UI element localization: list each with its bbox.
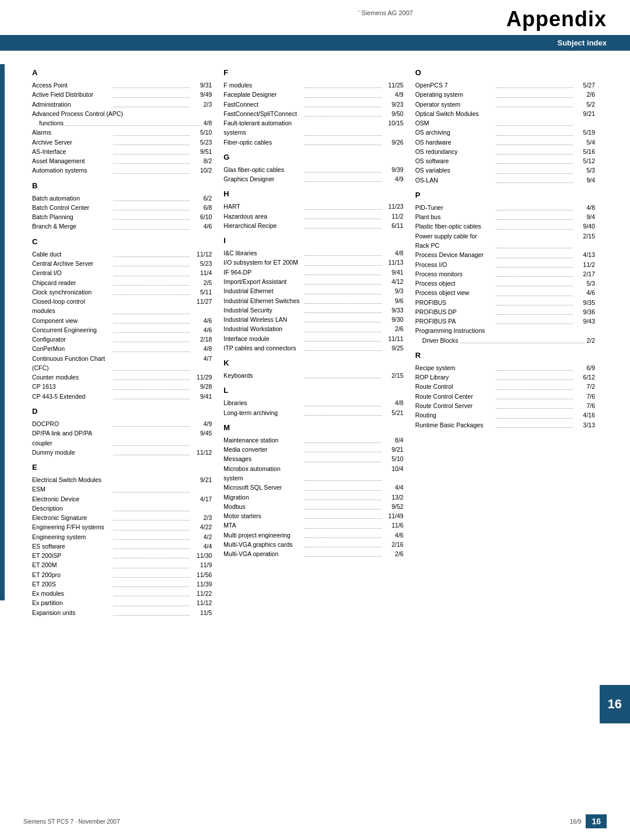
entry-main: Programming Instructions [415, 326, 595, 335]
entry-page: 4/9 [191, 419, 212, 428]
dot-leader [460, 336, 585, 343]
dot-leader [113, 589, 190, 596]
index-entry: Automation systems10/2 [32, 166, 212, 175]
dot-leader [113, 325, 190, 333]
dot-leader [496, 175, 573, 183]
entry-page: 3/13 [575, 420, 595, 430]
index-entry: Counter modules11/29 [32, 372, 212, 382]
index-entry: Expansion units11/5 [32, 608, 212, 617]
section-letter-F: F [223, 68, 403, 77]
entry-name: Electrical Switch Modules ESM [32, 475, 111, 494]
entry-name: Chipcard reader [32, 278, 111, 287]
entry-page: 4/4 [383, 483, 404, 492]
index-entry: PID-Tuner4/8 [415, 203, 595, 212]
chapter-tab: 16 [600, 685, 630, 723]
index-entry: Electronic Signature2/3 [32, 513, 212, 522]
dot-leader [304, 343, 382, 351]
entry-page: 2/6 [575, 90, 595, 99]
dot-leader [113, 428, 190, 446]
footer-chapter-box: 16 [586, 814, 607, 828]
section-I: II&C libraries4/8I/O subsystem for ET 20… [223, 236, 403, 353]
dot-leader [113, 147, 190, 154]
dot-leader [496, 156, 573, 164]
footer-right: 16/9 16 [570, 814, 607, 828]
entry-page: 9/41 [191, 392, 212, 401]
entry-page: 4/8 [204, 118, 212, 128]
entry-name: Plastic fiber-optic cables [415, 222, 495, 231]
entry-name: Automation systems [32, 166, 111, 175]
entry-page: 2/6 [383, 324, 404, 333]
entry-page: 9/40 [575, 222, 595, 231]
entry-name: Batch Control Center [32, 203, 111, 212]
entry-name: Industrial Workstation [223, 324, 303, 333]
dot-leader [113, 372, 190, 380]
index-entry: Access Point9/31 [32, 80, 212, 90]
section-letter-R: R [415, 351, 595, 360]
entry-name: Clock synchronization [32, 287, 111, 297]
entry-name: OpenPCS 7 [415, 80, 495, 90]
dot-leader [304, 277, 382, 284]
index-entry: Industrial Workstation2/6 [223, 324, 403, 333]
dot-leader [496, 147, 573, 154]
chapter-marker [0, 64, 5, 600]
entry-name: Configurator [32, 335, 111, 344]
index-entry: Plastic fiber-optic cables9/40 [415, 222, 595, 231]
entry-sub: functions4/8 [32, 118, 212, 128]
entry-page: 6/12 [575, 372, 595, 382]
index-entry: OS variables5/3 [415, 166, 595, 175]
dot-leader [113, 203, 190, 210]
section-letter-L: L [223, 386, 403, 395]
entry-name: IF 964-DP [223, 268, 303, 277]
entry-name: Ex partition [32, 598, 111, 607]
subject-index-bar: Subject index [0, 35, 630, 51]
index-entry: Process Device Manager4/13 [415, 250, 595, 259]
entry-page: 4/12 [383, 277, 404, 286]
index-entry: Route Control Center7/6 [415, 392, 595, 401]
entry-name: CP 443-5 Extended [32, 392, 111, 401]
entry-name: Administration [32, 100, 111, 109]
entry-page: 9/4 [575, 175, 595, 185]
section-letter-A: A [32, 68, 212, 77]
index-entry: Faceplate Designer4/9 [223, 90, 403, 99]
dot-leader [496, 90, 573, 97]
dot-leader [113, 249, 190, 257]
index-entry: Microsoft SQL Server4/4 [223, 483, 403, 492]
index-entry: Libraries4/8 [223, 398, 403, 407]
entry-page: 2/17 [575, 269, 595, 279]
entry-name: Engineering system [32, 532, 111, 542]
entry-page: 9/4 [575, 212, 595, 222]
entry-page: 4/6 [575, 288, 595, 297]
entry-page: 11/29 [191, 372, 212, 382]
index-entry: Operator system5/2 [415, 100, 595, 109]
entry-page: 4/8 [575, 203, 595, 212]
entry-page: 4/6 [191, 316, 212, 325]
entry-page: 4/6 [191, 325, 212, 335]
entry-page: 7/6 [575, 392, 595, 401]
index-entry: Electronic Device Description4/17 [32, 494, 212, 514]
entry-name: Runtime Basic Packages [415, 420, 495, 430]
dot-leader [304, 305, 382, 313]
entry-name: Import/Export Assistant [223, 277, 303, 286]
dot-leader [113, 194, 190, 201]
index-entry: PROFIBUS PA9/43 [415, 317, 595, 326]
section-B: BBatch automation6/2Batch Control Center… [32, 181, 212, 231]
entry-sub-name: Driver Blocks [422, 336, 459, 345]
entry-name: Media converter [223, 445, 303, 454]
index-entry: Process object view4/6 [415, 288, 595, 297]
entry-name: Multi-VGA graphics cards [223, 540, 303, 549]
dot-leader [496, 80, 573, 88]
entry-page: 6/10 [191, 212, 212, 222]
entry-name: Industrial Ethernet [223, 286, 303, 296]
entry-name: Hierarchical Recipe [223, 221, 303, 230]
dot-leader [65, 118, 202, 126]
entry-page: 6/11 [383, 221, 404, 230]
entry-name: Optical Switch Modules OSM [415, 109, 495, 128]
entry-name: Dummy module [32, 448, 111, 457]
dot-leader [496, 166, 573, 173]
entry-page: 6/8 [191, 203, 212, 212]
entry-page: 4/8 [383, 248, 404, 258]
entry-name: Cable duct [32, 249, 111, 259]
dot-leader [304, 493, 382, 500]
index-entry: Multi-VGA operation2/6 [223, 549, 403, 558]
index-entry: Process I/O11/2 [415, 260, 595, 269]
